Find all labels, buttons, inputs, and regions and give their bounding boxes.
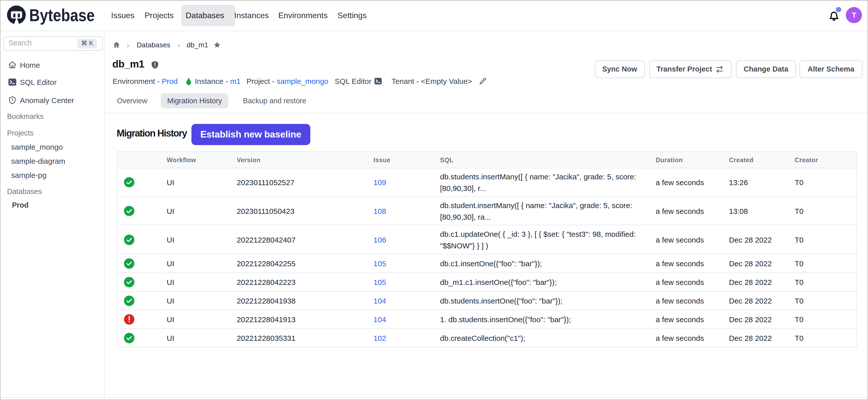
- svg-text:Bytebase: Bytebase: [29, 5, 95, 25]
